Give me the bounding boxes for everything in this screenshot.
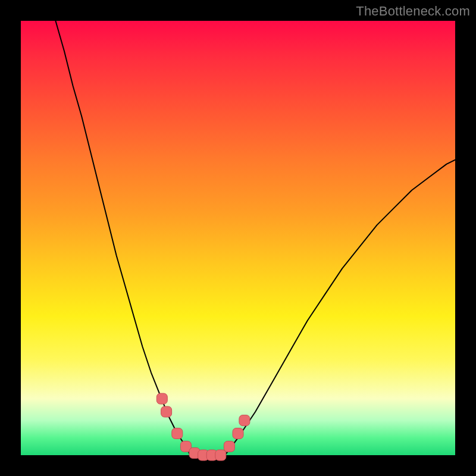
curve-marker [215, 450, 226, 461]
curve-marker [172, 428, 183, 439]
curve-layer [21, 21, 455, 455]
curve-marker [224, 441, 234, 452]
watermark-text: TheBottleneck.com [356, 4, 470, 19]
curve-marker [161, 406, 172, 417]
plot-area [21, 21, 455, 455]
curve-marker [239, 415, 250, 426]
curve-marker [233, 428, 243, 439]
curve-marker [156, 393, 167, 404]
bottleneck-curve [55, 21, 455, 455]
chart-frame: TheBottleneck.com [0, 0, 476, 476]
marker-group [156, 393, 250, 461]
